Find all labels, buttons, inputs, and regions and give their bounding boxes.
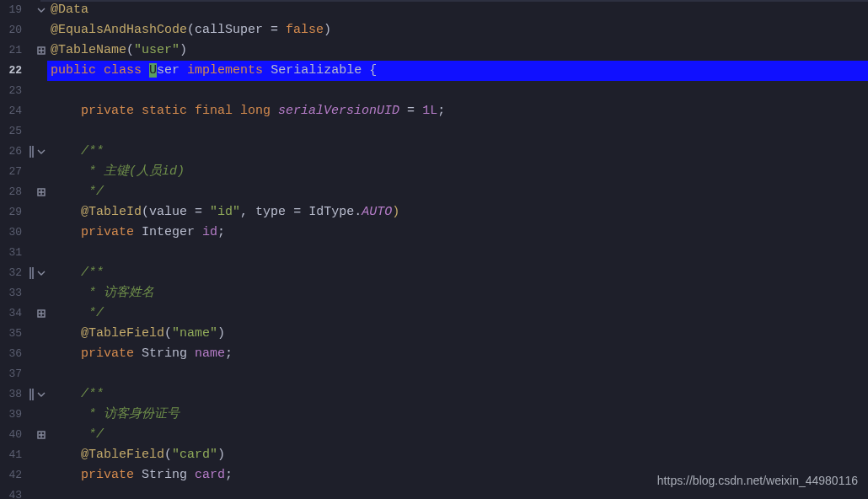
code-line[interactable]: 31 xyxy=(0,243,868,263)
fold-gutter xyxy=(35,465,47,486)
line-number: 20 xyxy=(0,20,27,40)
code-line[interactable]: 32 /** xyxy=(0,263,868,283)
fold-gutter[interactable] xyxy=(35,425,47,445)
line-number: 29 xyxy=(0,202,27,223)
code-line[interactable]: 20 @EqualsAndHashCode(callSuper = false) xyxy=(0,20,868,40)
code-line[interactable]: 38 /** xyxy=(0,384,868,405)
code-line[interactable]: 27 * 主键(人员id) xyxy=(0,162,868,182)
comment: /** xyxy=(81,387,104,401)
change-bar xyxy=(27,0,35,20)
code-line-active[interactable]: 22 public class User implements Serializ… xyxy=(0,61,868,81)
line-number: 19 xyxy=(0,0,27,20)
fold-gutter xyxy=(35,223,47,243)
code-editor[interactable]: 19 @Data 20 @EqualsAndHashCode(callSuper… xyxy=(0,0,868,499)
change-bar xyxy=(27,202,35,223)
line-number: 24 xyxy=(0,101,27,121)
code-line[interactable]: 37 xyxy=(0,364,868,384)
fold-gutter xyxy=(35,61,47,81)
class-name: ser xyxy=(157,63,179,78)
string-literal: "user" xyxy=(134,43,179,57)
paren: ) xyxy=(392,205,399,219)
change-bar xyxy=(27,40,35,61)
watermark: https://blog.csdn.net/weixin_44980116 xyxy=(657,470,858,491)
code-line[interactable]: 41 @TableField("card") xyxy=(0,445,868,465)
change-bar xyxy=(27,20,35,40)
code-line[interactable]: 33 * 访客姓名 xyxy=(0,283,868,303)
fold-gutter xyxy=(35,283,47,303)
line-number: 42 xyxy=(0,465,27,486)
line-number: 23 xyxy=(0,81,27,101)
fold-gutter xyxy=(35,121,47,142)
interface-name: Serializable xyxy=(271,63,362,78)
keyword: false xyxy=(286,23,324,37)
fold-gutter xyxy=(35,162,47,182)
line-number: 40 xyxy=(0,425,27,445)
fold-gutter[interactable] xyxy=(35,384,47,405)
change-bar xyxy=(27,384,35,405)
field-name: serialVersionUID xyxy=(278,104,399,118)
space xyxy=(134,346,142,361)
change-bar xyxy=(27,303,35,324)
change-bar xyxy=(27,162,35,182)
annotation: @TableField xyxy=(81,326,164,341)
code-line[interactable]: 25 xyxy=(0,121,868,142)
field-name: id xyxy=(202,225,217,239)
line-number: 34 xyxy=(0,303,27,324)
operator: = xyxy=(263,23,286,37)
code-line[interactable]: 26 /** xyxy=(0,142,868,162)
type-name: String xyxy=(142,468,187,482)
line-number: 41 xyxy=(0,445,27,465)
comment: */ xyxy=(81,306,104,320)
line-number: 26 xyxy=(0,142,27,162)
code-line[interactable]: 30 private Integer id; xyxy=(0,223,868,243)
fold-gutter xyxy=(35,344,47,364)
fold-gutter[interactable] xyxy=(35,182,47,202)
semicolon: ; xyxy=(225,468,233,482)
semicolon: ; xyxy=(217,225,225,239)
annotation: @Data xyxy=(51,3,88,17)
fold-gutter[interactable] xyxy=(35,0,47,20)
code-line[interactable]: 21 @TableName("user") xyxy=(0,40,868,61)
fold-gutter[interactable] xyxy=(35,40,47,61)
space xyxy=(96,63,104,78)
line-number: 38 xyxy=(0,384,27,405)
fold-gutter[interactable] xyxy=(35,142,47,162)
code-line[interactable]: 40 */ xyxy=(0,425,868,445)
code-line[interactable]: 24 private static final long serialVersi… xyxy=(0,101,868,121)
change-bar xyxy=(27,81,35,101)
paren: ) xyxy=(324,23,331,37)
fold-gutter[interactable] xyxy=(35,263,47,283)
line-number: 35 xyxy=(0,324,27,344)
line-number: 30 xyxy=(0,223,27,243)
code-line[interactable]: 23 xyxy=(0,81,868,101)
code-line[interactable]: 28 */ xyxy=(0,182,868,202)
code-line[interactable]: 19 @Data xyxy=(0,0,868,20)
cursor: U xyxy=(149,63,157,78)
fold-gutter xyxy=(35,101,47,121)
space xyxy=(179,63,187,78)
fold-gutter xyxy=(35,81,47,101)
paren: ( xyxy=(164,448,172,462)
fold-gutter[interactable] xyxy=(35,303,47,324)
code-line[interactable]: 36 private String name; xyxy=(0,344,868,364)
change-bar xyxy=(27,142,35,162)
space xyxy=(362,63,369,78)
keyword: private xyxy=(81,468,134,482)
code-line[interactable]: 29 @TableId(value = "id", type = IdType.… xyxy=(0,202,868,223)
paren: ( xyxy=(126,43,134,57)
comment: */ xyxy=(81,427,104,442)
fold-gutter xyxy=(35,486,47,499)
change-bar xyxy=(27,405,35,425)
fold-gutter xyxy=(35,20,47,40)
line-number: 43 xyxy=(0,486,27,499)
code-line[interactable]: 39 * 访客身份证号 xyxy=(0,405,868,425)
change-bar xyxy=(27,486,35,499)
code-line[interactable]: 34 */ xyxy=(0,303,868,324)
code-line[interactable]: 35 @TableField("name") xyxy=(0,324,868,344)
keyword: class xyxy=(104,63,142,78)
field-name: name xyxy=(195,346,225,361)
keyword: public xyxy=(51,63,96,78)
change-bar xyxy=(27,425,35,445)
line-number: 28 xyxy=(0,182,27,202)
annotation: @TableName xyxy=(51,43,126,57)
